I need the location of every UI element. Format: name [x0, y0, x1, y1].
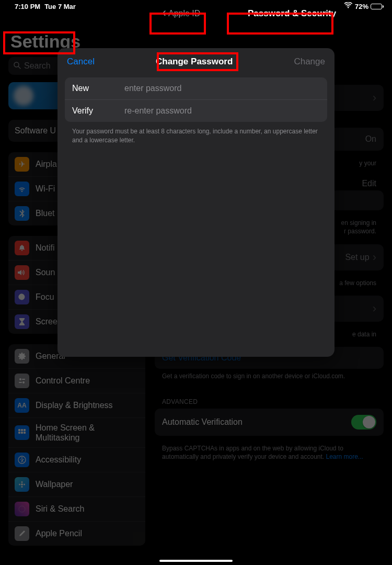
svg-point-19	[19, 506, 25, 512]
text-size-icon: AA	[15, 398, 29, 413]
detail-header: ‹ Apple ID Password & Security	[0, 2, 392, 25]
toggle-auto-verification[interactable]	[351, 415, 376, 430]
caption-verif: Get a verification code to sign in on an…	[155, 369, 384, 389]
bell-icon	[15, 241, 29, 255]
svg-rect-9	[18, 432, 20, 434]
change-button[interactable]: Change	[294, 56, 325, 67]
svg-point-2	[19, 378, 21, 380]
password-hint: Your password must be at least 8 charact…	[65, 122, 327, 150]
flower-icon	[15, 477, 29, 492]
new-password-label: New	[72, 84, 124, 93]
wifi-icon	[15, 182, 29, 196]
sidebar-item-display[interactable]: AA Display & Brightness	[8, 393, 145, 417]
svg-point-13	[21, 458, 23, 459]
section-header-advanced: ADVANCED	[155, 389, 384, 409]
svg-point-15	[21, 481, 23, 483]
new-password-field[interactable]: New	[65, 77, 327, 99]
svg-rect-7	[21, 429, 23, 431]
page-title: Password & Security	[248, 8, 336, 19]
verify-password-label: Verify	[72, 106, 124, 116]
chevron-right-icon: ›	[373, 302, 376, 315]
hourglass-icon	[15, 314, 29, 329]
svg-point-16	[21, 486, 23, 488]
svg-point-18	[24, 484, 25, 485]
learn-more-link[interactable]: Learn more...	[326, 453, 363, 460]
search-placeholder: Search	[24, 61, 51, 71]
svg-rect-5	[19, 382, 22, 383]
sidebar-item-wallpaper[interactable]: Wallpaper	[8, 472, 145, 496]
caption-auto-verif: Bypass CAPTCHAs in apps and on the web b…	[155, 441, 384, 469]
verify-password-field[interactable]: Verify	[65, 99, 327, 122]
avatar	[14, 86, 33, 106]
gear-icon	[15, 349, 29, 364]
svg-point-14	[21, 483, 23, 485]
speaker-icon	[15, 265, 29, 280]
chevron-right-icon: ›	[373, 91, 376, 105]
pencil-icon	[15, 526, 29, 541]
home-indicator[interactable]	[159, 560, 233, 562]
svg-line-1	[18, 66, 20, 69]
change-password-modal: Cancel Change Password Change New Verify…	[57, 48, 335, 357]
chevron-right-icon: ›	[373, 251, 376, 264]
sidebar-item-home-screen[interactable]: Home Screen & Multitasking	[8, 417, 145, 447]
sidebar-item-control-centre[interactable]: Control Centre	[8, 368, 145, 393]
grid-icon	[15, 425, 29, 440]
sliders-icon	[15, 374, 29, 388]
svg-rect-11	[24, 432, 26, 434]
sidebar-item-accessibility[interactable]: Accessibility	[8, 447, 145, 472]
back-button[interactable]: ‹ Apple ID	[162, 6, 200, 21]
cancel-button[interactable]: Cancel	[67, 56, 95, 67]
new-password-input[interactable]	[124, 84, 320, 93]
sidebar-item-siri[interactable]: Siri & Search	[8, 496, 145, 521]
back-label: Apple ID	[168, 9, 200, 18]
row-auto-verification[interactable]: Automatic Verification	[155, 409, 384, 436]
accessibility-icon	[15, 453, 29, 467]
modal-title: Change Password	[156, 56, 233, 67]
svg-point-20	[20, 507, 24, 511]
airplane-icon: ✈	[15, 157, 29, 172]
svg-rect-8	[24, 429, 26, 431]
verify-password-input[interactable]	[124, 106, 320, 116]
siri-icon	[15, 502, 29, 516]
bluetooth-icon	[15, 206, 29, 221]
svg-point-4	[22, 381, 25, 383]
svg-rect-10	[21, 432, 23, 434]
sidebar-item-apple-pencil[interactable]: Apple Pencil	[8, 521, 145, 546]
chevron-left-icon: ‹	[162, 5, 166, 20]
svg-point-17	[19, 484, 20, 485]
svg-rect-3	[22, 379, 25, 380]
svg-rect-6	[18, 429, 20, 431]
moon-icon	[15, 290, 29, 304]
search-icon	[14, 62, 21, 71]
